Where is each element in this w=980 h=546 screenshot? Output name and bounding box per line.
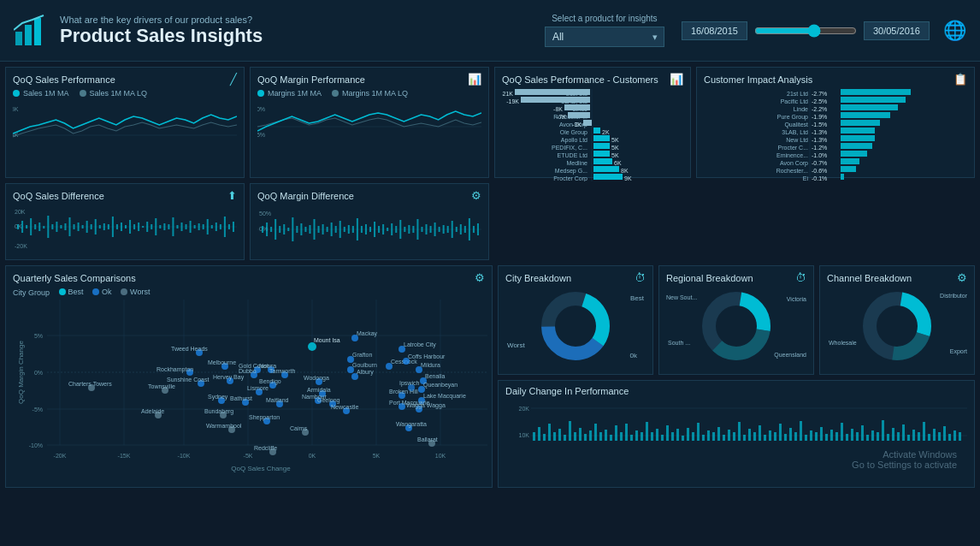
channel-label-distributor: Distributor: [940, 293, 967, 299]
svg-rect-360: [743, 435, 746, 441]
svg-rect-182: [439, 227, 440, 232]
svg-text:Albury: Albury: [357, 369, 374, 376]
svg-rect-104: [91, 224, 92, 229]
svg-text:6K: 6K: [614, 160, 622, 166]
svg-rect-150: [300, 223, 302, 235]
qoq-sales-diff-title: QoQ Sales Difference: [13, 191, 104, 201]
svg-rect-143: [270, 227, 272, 232]
svg-rect-123: [172, 217, 174, 236]
date-range-slider[interactable]: [754, 24, 857, 38]
svg-rect-390: [897, 432, 900, 441]
svg-rect-190: [473, 226, 475, 233]
svg-text:Latrobe City: Latrobe City: [404, 341, 436, 348]
svg-rect-336: [620, 432, 623, 441]
svg-text:Pacific Ltd: Pacific Ltd: [781, 98, 808, 104]
svg-rect-342: [651, 432, 653, 441]
svg-rect-183: [443, 225, 445, 234]
svg-text:35%: 35%: [257, 132, 265, 138]
svg-rect-162: [352, 226, 354, 233]
svg-rect-350: [692, 432, 694, 441]
city-breakdown-panel: City Breakdown ⏱ Best Worst 0k: [498, 265, 653, 375]
qoq-sales-diff-icon: ⬆: [227, 189, 237, 202]
svg-rect-332: [599, 432, 602, 441]
svg-text:Melbourne: Melbourne: [208, 359, 236, 365]
channel-breakdown-icon: ⚙: [957, 271, 967, 284]
channel-donut-svg: [859, 288, 936, 365]
svg-rect-109: [112, 217, 114, 237]
svg-rect-58: [841, 112, 890, 118]
svg-text:Queanbeyan: Queanbeyan: [423, 382, 458, 389]
svg-rect-105: [95, 219, 97, 234]
svg-text:-1.0%: -1.0%: [812, 152, 827, 158]
city-breakdown-icon: ⏱: [635, 271, 646, 284]
svg-text:Coffs Harbour: Coffs Harbour: [408, 353, 446, 359]
svg-text:Ei: Ei: [803, 175, 809, 181]
qoq-sales-customers-header: QoQ Sales Performance - Customers 📊: [502, 73, 683, 86]
svg-text:-1.5%: -1.5%: [812, 122, 827, 128]
svg-rect-371: [800, 421, 802, 441]
product-filter-select[interactable]: All Product A Product B: [545, 27, 664, 47]
svg-rect-366: [774, 432, 776, 441]
svg-rect-26: [593, 128, 600, 134]
svg-rect-176: [412, 226, 414, 233]
svg-rect-144: [275, 219, 276, 240]
qoq-sales-customers-panel: QoQ Sales Performance - Customers 📊 21st…: [494, 67, 691, 178]
svg-text:8K: 8K: [621, 168, 629, 174]
svg-text:Broken Hill: Broken Hill: [389, 389, 418, 395]
svg-rect-188: [464, 226, 466, 233]
city-breakdown-header: City Breakdown ⏱: [505, 271, 646, 284]
impact-svg: 21st Ltd -2.7% Pacific Ltd -2.5% Linde -…: [704, 89, 967, 181]
customer-impact-panel: Customer Impact Analysis 📋 21st Ltd -2.7…: [696, 67, 975, 178]
svg-rect-122: [168, 224, 169, 229]
svg-rect-96: [56, 222, 57, 232]
svg-text:Wodonga: Wodonga: [304, 375, 329, 382]
customer-impact-header: Customer Impact Analysis 📋: [704, 73, 967, 86]
svg-text:Tweed Heads: Tweed Heads: [171, 346, 208, 352]
svg-rect-90: [30, 218, 32, 235]
date-slider-container[interactable]: [754, 24, 857, 38]
svg-rect-349: [687, 428, 689, 441]
svg-rect-321: [543, 434, 546, 441]
svg-rect-134: [220, 224, 221, 229]
svg-rect-319: [533, 432, 535, 441]
svg-text:3LAB, Ltd: 3LAB, Ltd: [782, 129, 808, 135]
svg-rect-107: [103, 223, 105, 230]
channel-donut-wrap: Distributor Export Wholesale: [827, 288, 967, 365]
qoq-sales-perf-header: QoQ Sales Performance ╱: [13, 73, 237, 86]
svg-text:Ole Group: Ole Group: [560, 129, 587, 136]
svg-rect-335: [615, 425, 617, 441]
filter-select-wrapper[interactable]: All Product A Product B: [545, 27, 664, 47]
svg-rect-82: [841, 174, 844, 180]
svg-text:5%: 5%: [34, 333, 43, 339]
svg-text:2K: 2K: [602, 129, 610, 135]
svg-rect-341: [646, 422, 648, 441]
qoq-margin-perf-title: QoQ Margin Performance: [257, 74, 365, 85]
globe-icon: 🌐: [943, 20, 966, 42]
date-range-area: 16/08/2015 30/05/2016 🌐: [682, 20, 966, 42]
svg-text:Sunshine Coast: Sunshine Coast: [167, 377, 209, 383]
product-filter-area: Select a product for insights All Produc…: [545, 14, 664, 47]
qoq-margin-diff-svg: 50% 0%: [257, 205, 481, 252]
qoq-margin-legend: Margins 1M MA Margins 1M MA LQ: [257, 89, 481, 98]
svg-text:-15K: -15K: [118, 453, 131, 459]
svg-text:-20K: -20K: [54, 453, 67, 459]
daily-change-title: Daily Change In Performance: [505, 386, 629, 396]
svg-text:Ballarat: Ballarat: [417, 436, 438, 442]
svg-rect-391: [902, 424, 905, 441]
svg-rect-44: [593, 174, 623, 180]
svg-rect-178: [421, 227, 422, 232]
svg-text:-19K: -19K: [506, 98, 519, 104]
svg-rect-131: [207, 219, 209, 234]
city-ok-label: 0k: [630, 352, 637, 359]
qoq-sales-perf-panel: QoQ Sales Performance ╱ Sales 1M MA Sale…: [5, 67, 245, 178]
regional-breakdown-panel: Regional Breakdown ⏱ Victoria New Sout..…: [658, 265, 814, 375]
svg-rect-76: [841, 158, 859, 164]
svg-rect-179: [426, 224, 428, 234]
svg-text:Charters Towers: Charters Towers: [68, 381, 112, 387]
svg-rect-136: [228, 224, 230, 229]
svg-rect-95: [51, 224, 53, 229]
svg-rect-386: [877, 432, 879, 441]
svg-rect-89: [26, 225, 27, 228]
svg-rect-191: [477, 223, 479, 235]
svg-text:-10K: -10K: [178, 453, 191, 459]
